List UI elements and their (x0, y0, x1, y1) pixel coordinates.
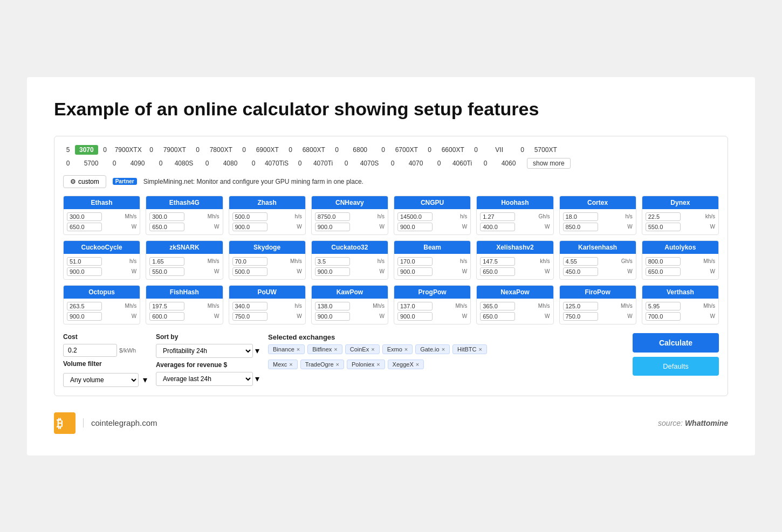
exchange-tag-xeggex[interactable]: XeggeX × (388, 360, 424, 369)
algo-power-input[interactable] (563, 267, 598, 276)
algo-power-row: W (232, 267, 302, 276)
algo-power-input[interactable] (67, 267, 102, 276)
algo-power-input[interactable] (646, 312, 681, 321)
algo-body: h/s W (64, 254, 140, 279)
algo-speed-input[interactable] (646, 302, 681, 310)
sort-select[interactable]: Profitability 24h (156, 344, 253, 358)
footer-domain: cointelegraph.com (83, 418, 157, 427)
algo-speed-input[interactable] (397, 302, 433, 310)
algo-power-input[interactable] (480, 312, 515, 321)
remove-exchange-icon[interactable]: × (289, 361, 292, 368)
exchange-tag-poloniex[interactable]: Poloniex × (347, 360, 385, 369)
algo-speed-input[interactable] (315, 212, 350, 221)
algo-power-row: W (397, 312, 467, 321)
algo-power-row: W (67, 267, 136, 276)
exchange-tag-mexc[interactable]: Mexc × (268, 360, 298, 369)
algo-speed-input[interactable] (232, 257, 267, 266)
algo-power-unit: W (380, 268, 385, 274)
algo-power-input[interactable] (149, 312, 184, 321)
algo-speed-input[interactable] (315, 257, 350, 266)
algo-speed-input[interactable] (397, 212, 433, 221)
volume-label: Volume filter (63, 360, 147, 368)
algo-speed-input[interactable] (149, 212, 184, 221)
algo-power-input[interactable] (232, 267, 267, 276)
algo-speed-input[interactable] (563, 212, 598, 221)
remove-exchange-icon[interactable]: × (336, 361, 339, 368)
algo-speed-input[interactable] (149, 302, 184, 310)
algo-power-row: W (480, 223, 550, 231)
algo-power-input[interactable] (232, 223, 267, 231)
algo-power-input[interactable] (397, 267, 433, 276)
custom-button[interactable]: ⚙ custom (63, 175, 106, 188)
remove-exchange-icon[interactable]: × (376, 361, 380, 368)
algo-body: Mh/s W (64, 299, 140, 324)
algo-power-input[interactable] (480, 267, 515, 276)
algo-speed-input[interactable] (646, 257, 681, 266)
algo-speed-input[interactable] (149, 257, 184, 266)
calculate-button[interactable]: Calculate (633, 333, 719, 353)
algo-card-cuckatoo32: Cuckatoo32 h/s W (311, 240, 388, 280)
algo-speed-unit: Mh/s (125, 303, 137, 309)
show-more-button[interactable]: show more (527, 158, 571, 169)
algo-speed-input[interactable] (563, 302, 598, 310)
algo-power-input[interactable] (563, 223, 598, 231)
algo-power-input[interactable] (149, 267, 184, 276)
algo-speed-unit: Mh/s (373, 303, 385, 309)
avg-select[interactable]: Average last 24h (156, 372, 253, 386)
remove-exchange-icon[interactable]: × (479, 346, 482, 353)
avg-chevron: ▾ (255, 374, 259, 384)
algo-power-input[interactable] (149, 223, 184, 231)
partner-badge: Partner (113, 178, 137, 185)
algo-power-input[interactable] (67, 223, 102, 231)
algo-speed-input[interactable] (480, 212, 515, 221)
algo-speed-input[interactable] (67, 212, 102, 221)
algo-power-input[interactable] (646, 267, 681, 276)
remove-exchange-icon[interactable]: × (442, 346, 445, 353)
algo-speed-input[interactable] (315, 302, 350, 310)
exchange-tag-exmo[interactable]: Exmo × (382, 344, 413, 354)
algo-card-autolykos: Autolykos Mh/s W (642, 240, 719, 280)
algo-speed-input[interactable] (67, 257, 102, 266)
gpu-count-5: 5 (63, 146, 73, 154)
gpu-row-1: 5 3070 0 7900XTX 0 7900XT 0 7800XT 0 690… (63, 145, 719, 155)
remove-exchange-icon[interactable]: × (416, 361, 419, 368)
algo-power-input[interactable] (232, 312, 267, 321)
algo-speed-input[interactable] (480, 257, 515, 266)
algo-power-input[interactable] (646, 223, 681, 231)
algo-power-unit: W (380, 224, 385, 230)
algo-power-row: W (67, 223, 136, 231)
exchange-tag-tradeogre[interactable]: TradeOgre × (300, 360, 344, 369)
exchange-tag-bitfinex[interactable]: Bitfinex × (307, 344, 342, 354)
algo-power-input[interactable] (67, 312, 102, 321)
algo-power-input[interactable] (480, 223, 515, 231)
gpu-count-6900xt: 0 (239, 146, 249, 154)
remove-exchange-icon[interactable]: × (404, 346, 408, 353)
algo-power-row: W (646, 312, 715, 321)
algo-speed-input[interactable] (232, 302, 267, 310)
algo-speed-input[interactable] (67, 302, 102, 310)
algo-power-row: W (315, 312, 385, 321)
exchange-tag-hitbtc[interactable]: HitBTC × (452, 344, 487, 354)
algo-power-input[interactable] (397, 223, 433, 231)
exchange-tag-coinex[interactable]: CoinEx × (345, 344, 380, 354)
algo-power-input[interactable] (315, 267, 350, 276)
exchange-tag-binance[interactable]: Binance × (268, 344, 305, 354)
defaults-button[interactable]: Defaults (633, 357, 719, 376)
algo-power-input[interactable] (397, 312, 433, 321)
algo-speed-input[interactable] (563, 257, 598, 266)
remove-exchange-icon[interactable]: × (371, 346, 374, 353)
gpu-count-7800xt: 0 (193, 146, 203, 154)
algo-speed-input[interactable] (397, 257, 433, 266)
algo-speed-input[interactable] (646, 212, 681, 221)
exchange-tag-gate.io[interactable]: Gate.io × (415, 344, 450, 354)
algo-card-beam: Beam h/s W (394, 240, 471, 280)
volume-select[interactable]: Any volume (63, 373, 139, 387)
algo-power-input[interactable] (315, 223, 350, 231)
algo-speed-input[interactable] (480, 302, 515, 310)
algo-speed-input[interactable] (232, 212, 267, 221)
remove-exchange-icon[interactable]: × (334, 346, 337, 353)
algo-power-input[interactable] (315, 312, 350, 321)
algo-power-input[interactable] (563, 312, 598, 321)
remove-exchange-icon[interactable]: × (297, 346, 300, 353)
cost-input[interactable] (63, 344, 117, 357)
